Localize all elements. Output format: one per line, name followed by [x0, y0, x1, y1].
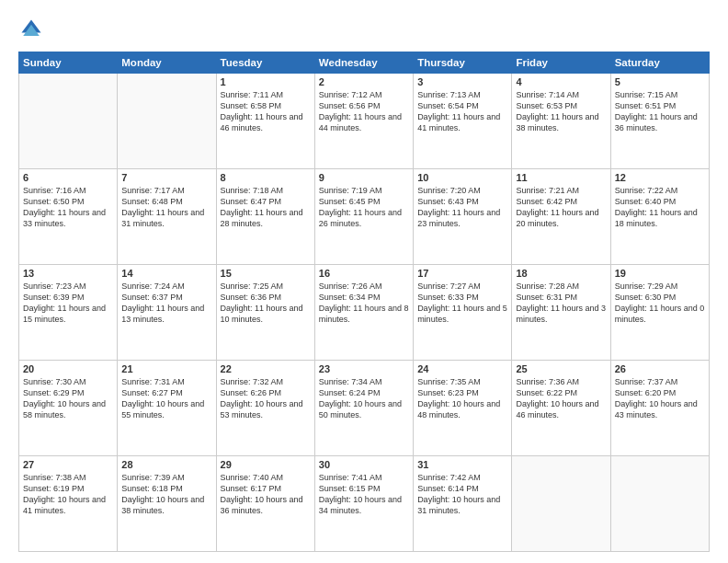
sunset: Sunset: 6:14 PM [417, 484, 479, 493]
day-number: 25 [516, 363, 606, 374]
day-number: 14 [121, 268, 211, 279]
col-header-wednesday: Wednesday [314, 52, 413, 74]
sunrise: Sunrise: 7:11 AM [221, 90, 284, 99]
day-number: 19 [615, 268, 705, 279]
calendar-cell: 7 Sunrise: 7:17 AM Sunset: 6:48 PM Dayli… [118, 169, 216, 265]
daylight: Daylight: 10 hours and 46 minutes. [516, 399, 598, 419]
sunrise: Sunrise: 7:17 AM [121, 186, 185, 195]
day-info: Sunrise: 7:17 AM Sunset: 6:48 PM Dayligh… [121, 185, 211, 230]
calendar-cell: 11 Sunrise: 7:21 AM Sunset: 6:42 PM Dayl… [512, 169, 610, 265]
col-header-saturday: Saturday [610, 52, 709, 74]
calendar-header-row: SundayMondayTuesdayWednesdayThursdayFrid… [19, 52, 710, 74]
sunrise: Sunrise: 7:29 AM [615, 282, 678, 291]
calendar-table: SundayMondayTuesdayWednesdayThursdayFrid… [18, 52, 710, 552]
sunrise: Sunrise: 7:38 AM [23, 473, 86, 482]
sunrise: Sunrise: 7:22 AM [615, 186, 678, 195]
calendar-cell: 12 Sunrise: 7:22 AM Sunset: 6:40 PM Dayl… [610, 169, 709, 265]
sunset: Sunset: 6:19 PM [23, 484, 85, 493]
daylight: Daylight: 11 hours and 38 minutes. [516, 112, 598, 132]
day-number: 28 [121, 459, 211, 470]
daylight: Daylight: 11 hours and 44 minutes. [319, 112, 402, 132]
sunrise: Sunrise: 7:25 AM [221, 282, 284, 291]
day-number: 24 [417, 363, 507, 374]
calendar-cell: 5 Sunrise: 7:15 AM Sunset: 6:51 PM Dayli… [610, 74, 709, 169]
daylight: Daylight: 10 hours and 58 minutes. [23, 399, 106, 419]
calendar-cell: 16 Sunrise: 7:26 AM Sunset: 6:34 PM Dayl… [314, 265, 413, 361]
day-number: 23 [319, 363, 409, 374]
day-number: 12 [615, 172, 705, 183]
calendar-cell: 9 Sunrise: 7:19 AM Sunset: 6:45 PM Dayli… [314, 169, 413, 265]
sunrise: Sunrise: 7:18 AM [221, 186, 284, 195]
daylight: Daylight: 10 hours and 36 minutes. [221, 495, 303, 515]
day-info: Sunrise: 7:40 AM Sunset: 6:17 PM Dayligh… [221, 472, 311, 517]
sunset: Sunset: 6:36 PM [221, 293, 282, 302]
sunset: Sunset: 6:30 PM [615, 293, 677, 302]
sunrise: Sunrise: 7:26 AM [319, 282, 382, 291]
calendar-cell: 30 Sunrise: 7:41 AM Sunset: 6:15 PM Dayl… [314, 456, 413, 552]
sunrise: Sunrise: 7:32 AM [221, 377, 284, 386]
daylight: Daylight: 10 hours and 55 minutes. [121, 399, 204, 419]
sunrise: Sunrise: 7:24 AM [121, 282, 185, 291]
col-header-sunday: Sunday [19, 52, 118, 74]
logo [18, 17, 50, 42]
daylight: Daylight: 10 hours and 48 minutes. [417, 399, 500, 419]
day-info: Sunrise: 7:14 AM Sunset: 6:53 PM Dayligh… [516, 89, 606, 134]
calendar-cell: 18 Sunrise: 7:28 AM Sunset: 6:31 PM Dayl… [512, 265, 610, 361]
calendar-cell: 24 Sunrise: 7:35 AM Sunset: 6:23 PM Dayl… [414, 361, 512, 456]
day-number: 15 [221, 268, 311, 279]
day-number: 17 [417, 268, 507, 279]
day-info: Sunrise: 7:19 AM Sunset: 6:45 PM Dayligh… [319, 185, 409, 230]
calendar-cell: 19 Sunrise: 7:29 AM Sunset: 6:30 PM Dayl… [610, 265, 709, 361]
sunset: Sunset: 6:31 PM [516, 293, 577, 302]
sunrise: Sunrise: 7:35 AM [417, 377, 481, 386]
sunset: Sunset: 6:29 PM [23, 388, 85, 397]
calendar-cell: 14 Sunrise: 7:24 AM Sunset: 6:37 PM Dayl… [118, 265, 216, 361]
sunset: Sunset: 6:47 PM [221, 197, 282, 206]
day-number: 10 [417, 172, 507, 183]
calendar-cell [512, 456, 610, 552]
sunset: Sunset: 6:40 PM [615, 197, 677, 206]
day-info: Sunrise: 7:27 AM Sunset: 6:33 PM Dayligh… [417, 281, 507, 326]
daylight: Daylight: 11 hours and 33 minutes. [23, 208, 106, 228]
day-number: 6 [23, 172, 113, 183]
calendar-cell: 17 Sunrise: 7:27 AM Sunset: 6:33 PM Dayl… [414, 265, 512, 361]
day-info: Sunrise: 7:37 AM Sunset: 6:20 PM Dayligh… [615, 376, 705, 421]
daylight: Daylight: 11 hours and 28 minutes. [221, 208, 303, 228]
sunrise: Sunrise: 7:31 AM [121, 377, 185, 386]
daylight: Daylight: 11 hours and 36 minutes. [615, 112, 698, 132]
sunrise: Sunrise: 7:42 AM [417, 473, 481, 482]
day-info: Sunrise: 7:38 AM Sunset: 6:19 PM Dayligh… [23, 472, 113, 517]
day-info: Sunrise: 7:26 AM Sunset: 6:34 PM Dayligh… [319, 281, 409, 326]
week-row-3: 13 Sunrise: 7:23 AM Sunset: 6:39 PM Dayl… [19, 265, 710, 361]
sunrise: Sunrise: 7:21 AM [516, 186, 579, 195]
day-number: 16 [319, 268, 409, 279]
day-info: Sunrise: 7:34 AM Sunset: 6:24 PM Dayligh… [319, 376, 409, 421]
sunset: Sunset: 6:23 PM [417, 388, 479, 397]
day-number: 31 [417, 459, 507, 470]
sunset: Sunset: 6:15 PM [319, 484, 381, 493]
col-header-friday: Friday [512, 52, 610, 74]
day-number: 5 [615, 76, 705, 87]
calendar-cell: 8 Sunrise: 7:18 AM Sunset: 6:47 PM Dayli… [216, 169, 314, 265]
calendar-cell: 1 Sunrise: 7:11 AM Sunset: 6:58 PM Dayli… [216, 74, 314, 169]
daylight: Daylight: 11 hours and 3 minutes. [516, 304, 606, 324]
week-row-2: 6 Sunrise: 7:16 AM Sunset: 6:50 PM Dayli… [19, 169, 710, 265]
day-number: 29 [221, 459, 311, 470]
day-info: Sunrise: 7:32 AM Sunset: 6:26 PM Dayligh… [221, 376, 311, 421]
daylight: Daylight: 10 hours and 41 minutes. [23, 495, 106, 515]
day-number: 30 [319, 459, 409, 470]
sunrise: Sunrise: 7:36 AM [516, 377, 579, 386]
sunrise: Sunrise: 7:27 AM [417, 282, 481, 291]
calendar-cell: 23 Sunrise: 7:34 AM Sunset: 6:24 PM Dayl… [314, 361, 413, 456]
daylight: Daylight: 11 hours and 0 minutes. [615, 304, 705, 324]
sunset: Sunset: 6:56 PM [319, 101, 381, 110]
daylight: Daylight: 11 hours and 15 minutes. [23, 304, 106, 324]
calendar-cell: 29 Sunrise: 7:40 AM Sunset: 6:17 PM Dayl… [216, 456, 314, 552]
day-info: Sunrise: 7:25 AM Sunset: 6:36 PM Dayligh… [221, 281, 311, 326]
sunset: Sunset: 6:53 PM [516, 101, 577, 110]
sunrise: Sunrise: 7:19 AM [319, 186, 382, 195]
day-info: Sunrise: 7:18 AM Sunset: 6:47 PM Dayligh… [221, 185, 311, 230]
calendar-cell: 3 Sunrise: 7:13 AM Sunset: 6:54 PM Dayli… [414, 74, 512, 169]
day-info: Sunrise: 7:29 AM Sunset: 6:30 PM Dayligh… [615, 281, 705, 326]
calendar-cell: 27 Sunrise: 7:38 AM Sunset: 6:19 PM Dayl… [19, 456, 118, 552]
